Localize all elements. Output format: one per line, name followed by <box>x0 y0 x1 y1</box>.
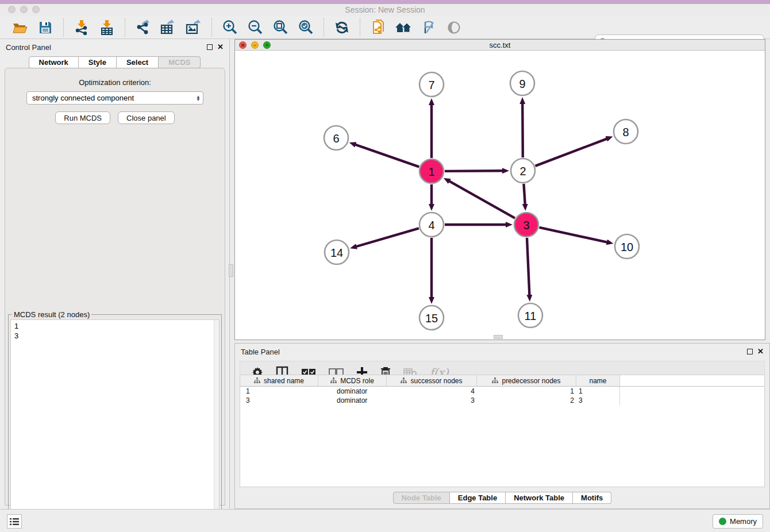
tab-mcds[interactable]: MCDS <box>159 56 201 68</box>
network-window-titlebar[interactable]: ✕ − ＋ scc.txt <box>235 40 765 51</box>
mcds-result-textarea[interactable]: 1 3 <box>10 319 220 531</box>
zoom-fit-button[interactable] <box>271 18 290 37</box>
toolbar-separator <box>360 18 360 37</box>
cell-predecessor-nodes[interactable]: 2 <box>477 396 576 405</box>
mcds-result-title: MCDS result (2 nodes) <box>12 310 91 319</box>
clone-network-icon <box>371 20 385 36</box>
zoom-selected-button[interactable] <box>296 18 315 37</box>
cell-mcds-role[interactable]: dominator <box>318 387 387 396</box>
table-row[interactable]: 3 dominator 3 2 3 <box>240 396 764 405</box>
float-panel-icon[interactable] <box>207 44 213 50</box>
graph-edge-3-10[interactable] <box>539 228 607 242</box>
tab-motifs[interactable]: Motifs <box>573 492 611 504</box>
apply-layout-button[interactable] <box>332 18 352 37</box>
import-table-button[interactable] <box>97 18 117 37</box>
graph-edge-1-6[interactable] <box>355 144 419 167</box>
mcds-panel-body: Optimization criterion: strongly connect… <box>5 68 225 506</box>
main-toolbar <box>0 16 770 39</box>
graph-node-label-3: 3 <box>523 219 529 232</box>
export-network-button[interactable] <box>133 18 153 37</box>
cell-name[interactable]: 3 <box>576 396 620 405</box>
control-panel: Control Panel ✕ Network Style Select MCD… <box>0 39 230 509</box>
graph-node-label-4: 4 <box>428 219 434 232</box>
mcds-result-line: 1 <box>14 321 219 331</box>
save-floppy-icon <box>38 21 52 34</box>
tab-network-table[interactable]: Network Table <box>506 492 573 504</box>
graph-edge-1-2[interactable] <box>445 171 503 171</box>
hierarchy-icon <box>492 377 498 384</box>
zoom-out-button[interactable] <box>245 18 265 37</box>
cell-successor-nodes[interactable]: 4 <box>387 387 477 396</box>
cell-predecessor-nodes[interactable]: 1 <box>477 387 576 396</box>
cell-shared-name[interactable]: 1 <box>240 387 318 396</box>
float-panel-icon[interactable] <box>747 349 753 354</box>
network-canvas[interactable]: 1234678910111415 <box>235 51 765 340</box>
tab-edge-table[interactable]: Edge Table <box>450 492 506 504</box>
horizontal-splitter-grip[interactable] <box>494 335 503 339</box>
graph-node-label-9: 9 <box>519 78 525 90</box>
memory-status-icon <box>719 518 726 525</box>
window-accent-strip <box>0 0 770 4</box>
column-header-predecessor-nodes[interactable]: predecessor nodes <box>477 375 576 386</box>
double-home-icon <box>394 21 413 34</box>
cell-successor-nodes[interactable]: 3 <box>387 396 477 405</box>
graph-edge-2-8[interactable] <box>536 138 608 166</box>
criterion-selected-value: strongly connected component <box>32 94 196 102</box>
toolbar-separator <box>211 18 212 37</box>
table-row[interactable]: 1 dominator 4 1 1 <box>240 387 764 396</box>
flag-slash-icon <box>421 20 437 35</box>
graph-edge-2-3[interactable] <box>523 184 525 205</box>
eye-icon <box>446 21 462 34</box>
import-table-icon <box>99 20 114 36</box>
cell-shared-name[interactable]: 3 <box>240 396 318 405</box>
criterion-select[interactable]: strongly connected component ▲▼ <box>26 91 203 105</box>
node-table-header: shared name MCDS role successor nodes pr… <box>240 375 764 387</box>
network-window-title: scc.txt <box>235 41 765 49</box>
cell-mcds-role[interactable]: dominator <box>318 396 387 405</box>
export-table-icon <box>160 20 177 36</box>
hierarchy-icon <box>254 377 260 384</box>
table-tabs: Node Table Edge Table Network Table Moti… <box>235 492 769 504</box>
export-image-button[interactable] <box>184 18 203 37</box>
graph-node-label-2: 2 <box>519 165 526 178</box>
clone-network-button[interactable] <box>368 18 388 37</box>
graph-node-label-6: 6 <box>333 132 339 145</box>
import-network-button[interactable] <box>72 18 91 37</box>
close-panel-icon[interactable]: ✕ <box>757 349 764 354</box>
open-session-button[interactable] <box>10 18 30 37</box>
export-image-icon <box>185 20 202 36</box>
export-network-icon <box>135 20 151 36</box>
node-table: shared name MCDS role successor nodes pr… <box>240 375 765 487</box>
column-header-mcds-role[interactable]: MCDS role <box>318 375 387 386</box>
run-mcds-button[interactable]: Run MCDS <box>55 111 110 124</box>
tab-network[interactable]: Network <box>29 56 79 68</box>
mcds-result-group: MCDS result (2 nodes) 1 3 <box>8 314 222 532</box>
graph-node-label-8: 8 <box>622 126 629 138</box>
tab-node-table[interactable]: Node Table <box>393 492 450 504</box>
control-panel-tabs: Network Style Select MCDS <box>0 56 229 68</box>
close-panel-button[interactable]: Close panel <box>118 111 175 124</box>
graph-edge-4-14[interactable] <box>356 228 419 246</box>
save-session-button[interactable] <box>36 18 55 37</box>
task-history-button[interactable] <box>7 514 22 529</box>
tab-style[interactable]: Style <box>79 56 117 68</box>
mcds-result-scrollbar[interactable] <box>214 320 219 531</box>
graph-edge-2-9[interactable] <box>522 103 523 157</box>
graph-edge-3-11[interactable] <box>527 238 529 296</box>
hide-graphics-details-button[interactable] <box>419 18 438 37</box>
optimization-criterion-label: Optimization criterion: <box>5 78 225 87</box>
column-header-successor-nodes[interactable]: successor nodes <box>387 375 477 386</box>
tab-select[interactable]: Select <box>117 56 159 68</box>
cell-name[interactable]: 1 <box>576 387 620 396</box>
first-neighbors-button[interactable] <box>394 18 413 37</box>
column-header-shared-name[interactable]: shared name <box>240 375 318 386</box>
show-graphics-details-button[interactable] <box>444 18 464 37</box>
zoom-in-button[interactable] <box>220 18 240 37</box>
graph-edge-3-1[interactable] <box>449 181 515 218</box>
vertical-splitter-grip[interactable] <box>229 264 233 277</box>
column-header-name[interactable]: name <box>576 375 620 386</box>
close-panel-icon[interactable]: ✕ <box>217 44 224 50</box>
export-table-button[interactable] <box>159 18 178 37</box>
memory-button[interactable]: Memory <box>713 514 763 529</box>
network-graph[interactable]: 1234678910111415 <box>235 51 765 340</box>
